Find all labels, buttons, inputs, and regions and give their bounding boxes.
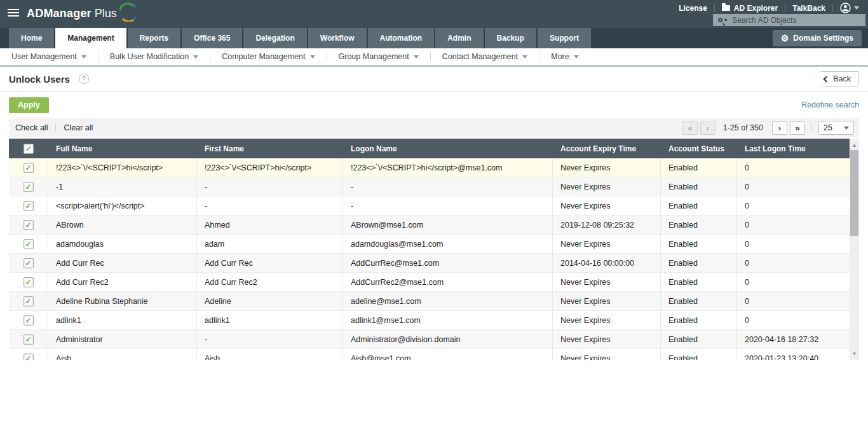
users-table: ✓ Full NameFirst NameLogon NameAccount E… — [9, 139, 859, 360]
page-title: Unlock Users — [9, 74, 70, 85]
page-header: Unlock Users ? Back — [0, 67, 868, 91]
column-header[interactable]: Account Expiry Time — [553, 144, 661, 153]
tab-reports[interactable]: Reports — [128, 28, 180, 48]
cell-account-expiry-time: Never Expires — [553, 196, 661, 216]
back-button[interactable]: Back — [813, 71, 859, 86]
scrollbar-thumb[interactable] — [850, 150, 858, 236]
tab-automation[interactable]: Automation — [368, 28, 435, 48]
last-page-button[interactable]: » — [790, 121, 805, 135]
search-input[interactable] — [732, 16, 865, 25]
subnav-item-bulk-user-modification[interactable]: Bulk User Modification — [107, 52, 201, 61]
cell-logon-name: - — [343, 196, 553, 216]
cell-last-logon-time: 0 — [737, 177, 850, 196]
row-checkbox[interactable]: ✓ — [24, 354, 34, 361]
tab-workflow[interactable]: Workflow — [308, 28, 367, 48]
talkback-link[interactable]: TalkBack — [792, 4, 825, 13]
hamburger-menu-icon[interactable] — [8, 9, 19, 18]
divider — [98, 52, 98, 61]
chevron-down-icon — [724, 19, 728, 22]
column-header[interactable]: Last Logon Time — [737, 144, 850, 153]
chevron-down-icon — [414, 55, 419, 58]
cell-logon-name: !223<>`\/<SCRIPT>hi</script>@mse1.com — [343, 158, 553, 177]
list-toolbar: Check all Clear all « ‹ 1-25 of 350 › » … — [9, 118, 859, 137]
column-header[interactable]: Logon Name — [343, 144, 553, 153]
table-row: ✓ Administrator-Administrator@division.d… — [9, 330, 850, 349]
cell-account-status: Enabled — [661, 254, 737, 273]
cell-first-name: !223<>`\/<SCRIPT>hi</script> — [197, 158, 343, 177]
cell-account-expiry-time: Never Expires — [553, 177, 661, 196]
page-size-select[interactable]: 25 — [818, 121, 854, 135]
ad-explorer-link[interactable]: AD Explorer — [722, 4, 778, 13]
cell-last-logon-time: 0 — [737, 273, 850, 292]
cell-account-expiry-time: 2014-04-16 00:00:00 — [553, 254, 661, 273]
subnav-item-computer-management[interactable]: Computer Management — [219, 52, 317, 61]
subnav-item-user-management[interactable]: User Management — [9, 52, 89, 61]
chevron-down-icon — [844, 127, 849, 130]
row-checkbox[interactable]: ✓ — [24, 182, 34, 192]
tab-office-365[interactable]: Office 365 — [182, 28, 242, 48]
action-row: Apply Redefine search — [0, 92, 868, 118]
avatar-icon — [840, 3, 851, 13]
check-all-link[interactable]: Check all — [15, 123, 48, 132]
apply-button[interactable]: Apply — [9, 97, 49, 113]
tab-admin[interactable]: Admin — [435, 28, 483, 48]
redefine-search-link[interactable]: Redefine search — [801, 100, 859, 109]
scroll-up-icon[interactable]: ▲ — [850, 140, 859, 150]
license-link[interactable]: License — [679, 4, 707, 13]
row-checkbox[interactable]: ✓ — [24, 277, 34, 287]
tab-delegation[interactable]: Delegation — [243, 28, 306, 48]
column-header[interactable]: Account Status — [661, 144, 737, 153]
cell-account-status: Enabled — [661, 216, 737, 235]
cell-account-expiry-time: Never Expires — [553, 330, 661, 349]
cell-first-name: - — [197, 196, 343, 216]
table-row: ✓ Add Curr Rec2Add Curr Rec2AddCurrRec2@… — [9, 273, 850, 292]
search-icon — [718, 18, 722, 22]
chevron-down-icon — [81, 55, 86, 58]
user-account-menu[interactable] — [840, 3, 859, 13]
cell-account-expiry-time: 2019-12-08 09:25:32 — [553, 216, 661, 235]
cell-account-status: Enabled — [661, 235, 737, 254]
chevron-down-icon — [310, 55, 315, 58]
next-page-button[interactable]: › — [772, 121, 787, 135]
divider — [811, 123, 812, 133]
prev-page-button[interactable]: ‹ — [700, 121, 715, 135]
divider — [327, 52, 327, 61]
row-checkbox[interactable]: ✓ — [24, 239, 34, 249]
cell-first-name: - — [197, 330, 343, 349]
subnav-item-more[interactable]: More — [548, 52, 581, 61]
tab-home[interactable]: Home — [9, 28, 54, 48]
cell-full-name: Administrator — [48, 330, 197, 349]
row-checkbox[interactable]: ✓ — [24, 315, 34, 326]
row-checkbox[interactable]: ✓ — [24, 296, 34, 306]
tab-support[interactable]: Support — [538, 28, 591, 48]
divider — [430, 52, 431, 61]
table-row: ✓ ABrownAhmedABrown@mse1.com2019-12-08 0… — [9, 216, 850, 235]
domain-settings-button[interactable]: ⚙ Domain Settings — [773, 30, 862, 46]
select-all-checkbox[interactable]: ✓ — [24, 144, 34, 154]
tab-management[interactable]: Management — [55, 28, 126, 48]
cell-logon-name: adamdouglas@mse1.com — [343, 235, 553, 254]
subnav-item-group-management[interactable]: Group Management — [336, 52, 421, 61]
cell-full-name: -1 — [48, 177, 197, 196]
subnav-item-contact-management[interactable]: Contact Management — [440, 52, 531, 61]
row-checkbox[interactable]: ✓ — [24, 334, 34, 345]
cell-account-status: Enabled — [661, 177, 737, 196]
vertical-scrollbar[interactable]: ▲ ▼ — [850, 139, 859, 360]
row-checkbox[interactable]: ✓ — [24, 201, 34, 211]
scroll-down-icon[interactable]: ▼ — [850, 348, 859, 359]
tab-backup[interactable]: Backup — [485, 28, 536, 48]
cell-account-status: Enabled — [661, 330, 737, 349]
topbar-links: License AD Explorer TalkBack — [679, 3, 859, 13]
row-checkbox[interactable]: ✓ — [24, 220, 34, 230]
help-icon[interactable]: ? — [79, 74, 89, 84]
row-checkbox[interactable]: ✓ — [24, 258, 34, 268]
row-checkbox[interactable]: ✓ — [24, 163, 34, 173]
first-page-button[interactable]: « — [682, 121, 698, 135]
column-header[interactable]: Full Name — [48, 144, 197, 153]
search-scope-dropdown[interactable] — [713, 18, 732, 22]
cell-account-status: Enabled — [661, 349, 737, 361]
cell-first-name: Add Curr Rec2 — [197, 273, 343, 292]
cell-logon-name: AddCurrRec2@mse1.com — [343, 273, 553, 292]
clear-all-link[interactable]: Clear all — [64, 123, 93, 132]
column-header[interactable]: First Name — [197, 144, 343, 153]
